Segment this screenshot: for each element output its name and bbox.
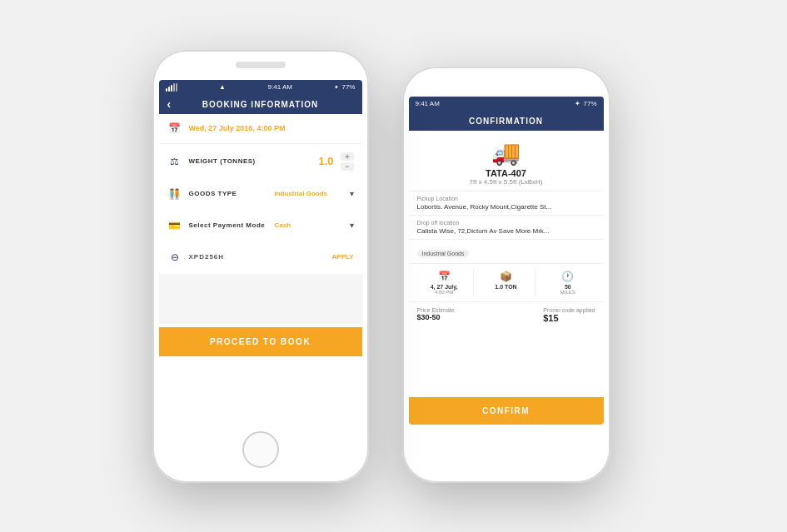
goods-type-label: GOODS TYPE [189,190,268,197]
truck-name: TATA-407 [486,168,526,178]
goods-chevron-icon: ▾ [350,189,354,198]
miles-stat-icon: 🕐 [561,271,574,282]
bluetooth-icon-back: ✦ [575,100,580,107]
stats-row: 📅 4, 27 July, 4:00 PM 📦 1.0 TON 🕐 50 MIL… [409,264,604,302]
pickup-section: Pickup Location Lobortis. Avenue, Rocky … [409,191,604,216]
stepper-up[interactable]: ＋ [341,152,354,161]
confirmation-screen: 9:41 AM ✦ 77% CONFIRMATION 🚚 TATA-407 7f… [409,97,604,425]
signal-icon [166,83,177,92]
back-button[interactable]: ‹ [167,97,172,111]
stat-miles: 🕐 50 MILES [539,269,596,296]
goods-tag: Industrial Goods [417,250,470,257]
goods-dropdown[interactable]: Industrial Goods ▾ [275,189,354,198]
payment-row: 💳 Select Payment Mode Cash ▾ [159,211,362,241]
goods-selected: Industrial Goods [275,190,328,197]
goods-section: Industrial Goods [409,240,604,264]
stepper-down[interactable]: － [341,162,354,171]
promo-applied-block: Promo code applied $15 [543,307,595,323]
promo-code-text: XPD256H [189,253,326,261]
payment-selected: Cash [275,221,291,229]
date-stat-icon: 📅 [438,271,451,282]
weight-stepper[interactable]: ＋ － [341,152,354,171]
promo-icon: ⊖ [167,251,182,263]
stat-miles-unit: MILES [560,290,575,295]
weight-row: ⚖ WEIGHT (TONNES) 1.0 ＋ － [159,146,362,177]
apply-button[interactable]: APPLY [332,253,354,261]
content-spacer [159,274,362,324]
payment-label: Select Payment Mode [189,221,268,229]
status-wifi-icon: ▲ [219,83,226,91]
price-estimate-block: Price Estimate $30-50 [417,307,455,323]
battery-back: 77% [583,100,596,107]
pickup-label: Pickup Location [417,196,595,201]
payment-icon: 💳 [167,220,182,231]
goods-row: 🧑‍🤝‍🧑 GOODS TYPE Industrial Goods ▾ [159,179,362,209]
truck-info: 🚚 TATA-407 7ft x 4.5ft x 5.5ft (LxBxH) [409,131,604,191]
truck-icon: 🚚 [491,139,521,167]
calendar-icon: 📅 [167,122,182,134]
phone-back: 9:41 AM ✦ 77% CONFIRMATION 🚚 TATA-407 7f… [402,67,610,483]
stat-weight-val: 1.0 TON [495,284,516,290]
stat-date-time: 4:00 PM [435,290,453,295]
weight-value: 1.0 [318,155,333,167]
price-estimate-value: $30-50 [417,313,455,321]
pickup-value: Lobortis. Avenue, Rocky Mount,Cigarette … [417,203,595,211]
goods-icon: 🧑‍🤝‍🧑 [167,188,182,200]
date-row: 📅 Wed, 27 July 2016, 4:00 PM [159,114,362,144]
weight-label: WEIGHT (TONNES) [189,157,312,165]
status-bar-front: ▲ 9:41 AM ✦ 77% [159,80,362,95]
dropoff-section: Drop off location Calista Wise, 72,Dictu… [409,216,604,240]
battery-front: 77% [341,83,355,91]
booking-screen: ▲ 9:41 AM ✦ 77% ‹ BOOKING INFORMATION 📅 … [159,80,362,425]
weight-stat-icon: 📦 [500,271,512,282]
stat-date-val: 4, 27 July, [431,284,458,290]
weight-icon: ⚖ [167,156,182,167]
confirmation-header: CONFIRMATION [409,112,604,131]
confirm-button[interactable]: CONFIRM [409,397,604,425]
payment-dropdown[interactable]: Cash ▾ [275,221,354,230]
stat-weight: 📦 1.0 TON [477,269,535,296]
price-estimate-label: Price Estimate [417,307,455,313]
booking-header: ‹ BOOKING INFORMATION [159,95,362,114]
dropoff-label: Drop off location [417,220,595,226]
promo-row: ⊖ XPD256H APPLY [159,242,362,272]
phone-front: ▲ 9:41 AM ✦ 77% ‹ BOOKING INFORMATION 📅 … [152,50,369,483]
price-section: Price Estimate $30-50 Promo code applied… [409,302,604,328]
status-icons-front: ✦ 77% [334,83,355,91]
dropoff-value: Calista Wise, 72,Dictum Av Save More Mrk… [417,227,595,235]
status-time-back: 9:41 AM [416,100,440,107]
bluetooth-icon-front: ✦ [334,84,339,91]
proceed-to-book-button[interactable]: PROCEED TO BOOK [159,327,362,356]
stat-miles-val: 50 [565,284,571,290]
status-icons-back: ✦ 77% [575,100,596,107]
status-bar-back: 9:41 AM ✦ 77% [409,97,604,112]
confirmation-title: CONFIRMATION [469,117,543,126]
promo-applied-value: $15 [543,313,595,323]
truck-dimensions: 7ft x 4.5ft x 5.5ft (LxBxH) [469,178,542,186]
payment-chevron-icon: ▾ [350,221,354,230]
date-value: Wed, 27 July 2016, 4:00 PM [189,124,286,132]
booking-title: BOOKING INFORMATION [202,100,318,109]
status-time-front: 9:41 AM [268,83,292,91]
promo-applied-label: Promo code applied [543,307,595,313]
stat-date: 📅 4, 27 July, 4:00 PM [416,269,474,296]
